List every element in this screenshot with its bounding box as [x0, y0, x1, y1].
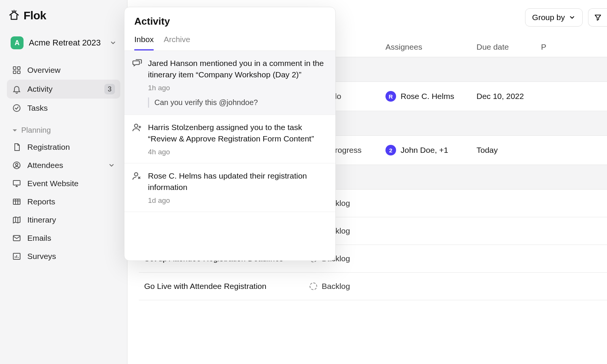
- activity-popover: Activity Inbox Archive Jared Hanson ment…: [124, 7, 336, 261]
- task-assignees: 2 John Doe, +1: [385, 145, 476, 155]
- svg-point-4: [13, 105, 20, 111]
- filter-icon: [594, 13, 602, 22]
- brand-name: Flok: [24, 9, 46, 22]
- sidebar-item-label: Tasks: [27, 104, 48, 113]
- sidebar-item-attendees[interactable]: Attendees: [7, 157, 120, 174]
- workspace-switcher[interactable]: A Acme Retreat 2023: [7, 33, 120, 53]
- column-assignees[interactable]: Assignees: [385, 42, 476, 52]
- svg-point-11: [135, 124, 138, 127]
- popover-title: Activity: [134, 16, 326, 27]
- sidebar-item-event-website[interactable]: Event Website: [7, 175, 120, 192]
- monitor-icon: [12, 179, 21, 188]
- task-name: Go Live with Attendee Registration: [139, 282, 310, 291]
- avatar-count: 2: [385, 145, 396, 155]
- svg-rect-1: [17, 67, 20, 69]
- popover-tabs: Inbox Archive: [124, 27, 335, 51]
- table-icon: [12, 197, 21, 206]
- comment-icon: [132, 58, 142, 108]
- mail-icon: [12, 234, 21, 243]
- activity-item-title: Harris Stolzenberg assigned you to the t…: [148, 122, 326, 145]
- activity-item-title: Rose C. Helms has updated their registra…: [148, 170, 326, 193]
- primary-nav: Overview Activity 3 Tasks Planning: [7, 61, 120, 265]
- sidebar-item-surveys[interactable]: Surveys: [7, 248, 120, 265]
- sidebar-item-emails[interactable]: Emails: [7, 229, 120, 247]
- sidebar-item-registration[interactable]: Registration: [7, 138, 120, 156]
- sidebar-item-label: Overview: [27, 66, 61, 75]
- status-dot-icon: [310, 282, 317, 290]
- sidebar-item-label: Emails: [27, 234, 51, 243]
- activity-item[interactable]: Jared Hanson mentioned you in a comment …: [124, 51, 335, 115]
- activity-item[interactable]: Harris Stolzenberg assigned you to the t…: [124, 115, 335, 163]
- activity-item-time: 4h ago: [148, 148, 326, 156]
- sidebar-item-label: Registration: [27, 143, 70, 152]
- task-assignees: R Rose C. Helms: [385, 91, 476, 102]
- sidebar-section-planning[interactable]: Planning: [7, 118, 120, 138]
- grid-icon: [12, 66, 21, 75]
- sidebar-item-label: Surveys: [27, 252, 56, 261]
- workspace-name: Acme Retreat 2023: [29, 38, 104, 48]
- map-icon: [12, 215, 21, 224]
- activity-item-time: 1d ago: [148, 196, 326, 205]
- brand: Flok: [7, 9, 120, 33]
- column-due-date[interactable]: Due date: [476, 42, 541, 52]
- sidebar-item-label: Attendees: [27, 161, 63, 170]
- sidebar-item-reports[interactable]: Reports: [7, 193, 120, 210]
- sidebar-item-activity[interactable]: Activity 3: [7, 80, 120, 99]
- sidebar-item-itinerary[interactable]: Itinerary: [7, 211, 120, 229]
- user-plus-icon: [132, 122, 142, 156]
- chevron-down-icon: [110, 39, 116, 46]
- activity-item-title: Jared Hanson mentioned you in a comment …: [148, 58, 326, 81]
- sidebar-item-label: Event Website: [27, 179, 79, 188]
- workspace-avatar: A: [11, 36, 24, 49]
- task-due: Dec 10, 2022: [476, 92, 541, 101]
- check-circle-icon: [12, 104, 21, 113]
- sidebar: Flok A Acme Retreat 2023 Overview Activi…: [0, 0, 127, 364]
- caret-down-icon: [12, 128, 17, 133]
- file-icon: [12, 143, 21, 152]
- group-by-label: Group by: [532, 13, 565, 22]
- toolbar: Group by: [525, 8, 607, 27]
- avatar: R: [385, 91, 396, 102]
- svg-rect-8: [13, 199, 20, 204]
- svg-rect-0: [13, 67, 16, 69]
- task-due: Today: [476, 146, 541, 155]
- svg-rect-3: [17, 71, 20, 74]
- sidebar-item-label: Activity: [27, 85, 53, 94]
- bar-chart-icon: [12, 252, 21, 261]
- table-row[interactable]: Go Live with Attendee Registration Backl…: [139, 273, 607, 300]
- svg-point-12: [135, 173, 138, 176]
- task-status: Backlog: [310, 282, 385, 291]
- svg-rect-7: [13, 180, 20, 185]
- tab-archive[interactable]: Archive: [164, 35, 190, 50]
- sidebar-item-overview[interactable]: Overview: [7, 61, 120, 79]
- user-edit-icon: [132, 170, 142, 205]
- sidebar-item-tasks[interactable]: Tasks: [7, 99, 120, 117]
- group-by-button[interactable]: Group by: [525, 8, 583, 27]
- sidebar-item-label: Itinerary: [27, 215, 56, 224]
- sidebar-item-label: Reports: [27, 197, 55, 206]
- tab-inbox[interactable]: Inbox: [134, 35, 154, 50]
- activity-item-quote: Can you verify this @johndoe?: [148, 97, 326, 108]
- column-extra[interactable]: P: [541, 42, 607, 52]
- activity-item[interactable]: Rose C. Helms has updated their registra…: [124, 163, 335, 212]
- svg-rect-2: [13, 71, 16, 74]
- bell-icon: [12, 85, 21, 94]
- sidebar-section-label: Planning: [21, 126, 51, 135]
- filter-button[interactable]: [588, 8, 607, 27]
- chevron-down-icon: [569, 14, 576, 21]
- activity-list: Jared Hanson mentioned you in a comment …: [124, 51, 335, 260]
- user-circle-icon: [12, 161, 21, 170]
- activity-item-time: 1h ago: [148, 84, 326, 92]
- activity-count-badge: 3: [104, 84, 115, 94]
- svg-point-6: [16, 163, 18, 166]
- brand-logo-icon: [8, 10, 20, 21]
- chevron-down-icon: [108, 162, 115, 169]
